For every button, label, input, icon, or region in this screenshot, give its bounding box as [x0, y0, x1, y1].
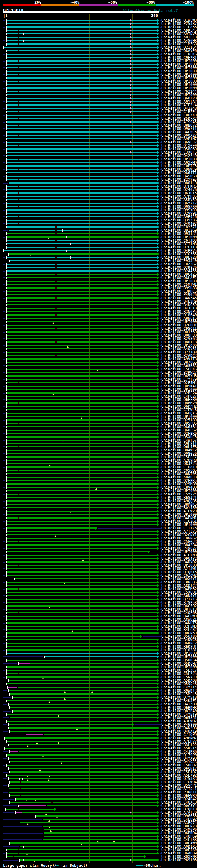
hsp-end-arrow-icon [157, 337, 159, 340]
hsp-line [6, 274, 157, 275]
hsp-start-tick [8, 703, 9, 706]
hsp-end-arrow-icon [157, 560, 159, 563]
hsp-line [43, 826, 157, 827]
hsp-line [6, 561, 157, 563]
hsp-end-arrow-icon [157, 408, 159, 411]
hsp-start-tick [26, 734, 27, 736]
hsp-line [6, 226, 157, 227]
hsp-line [10, 717, 157, 718]
hsp-line [6, 237, 157, 238]
leader-line [160, 473, 161, 474]
hsp-start-tick [8, 767, 9, 770]
hsp-start-tick [6, 317, 7, 320]
hsp-end-arrow-icon [157, 358, 159, 361]
hsp-line [6, 54, 157, 55]
hsp-line [6, 504, 157, 505]
hsp-end-arrow-icon [157, 489, 159, 492]
hsp-start-tick [6, 601, 7, 604]
hsp-line [4, 738, 157, 739]
gap-notch [18, 159, 20, 160]
hsp-end-arrow-icon [157, 381, 159, 384]
hsp-end-arrow-icon [157, 90, 159, 93]
hsp-start-tick [6, 479, 7, 482]
hsp-end-arrow-icon [157, 784, 159, 787]
hsp-line [6, 399, 157, 400]
leader-line [3, 602, 5, 603]
leader-line [160, 501, 161, 502]
hsp-start-tick [6, 358, 7, 361]
hsp-start-tick [6, 287, 7, 289]
hsp-start-tick [6, 398, 7, 401]
hsp-line [6, 324, 157, 326]
hsp-line [6, 466, 157, 468]
hsp-end-arrow-icon [157, 303, 159, 306]
hsp-start-tick [8, 689, 9, 692]
hsp-end-arrow-icon [157, 466, 159, 469]
query-gap-triangle-icon [48, 776, 50, 777]
leader-line [3, 406, 5, 407]
hsp-start-tick [6, 754, 7, 756]
hsp-end-arrow-icon [157, 676, 159, 679]
hsp-line [6, 588, 157, 590]
leader-line [160, 216, 161, 217]
hsp-line [6, 571, 157, 573]
gap-notch [20, 788, 21, 789]
leader-line [160, 61, 161, 62]
leader-line [160, 758, 161, 759]
hsp-start-tick [6, 412, 7, 415]
hsp-start-tick [6, 290, 7, 293]
hsp-start-tick [6, 429, 7, 432]
hsp-start-tick [6, 506, 7, 509]
hsp-start-tick [6, 239, 7, 242]
hsp-start-tick [6, 774, 7, 777]
leader-line [160, 792, 161, 793]
gap-notch [56, 308, 57, 309]
hsp-end-arrow-icon [157, 814, 159, 817]
leader-line [160, 548, 161, 549]
leader-line [3, 399, 5, 400]
hsp-end-arrow-icon [157, 422, 159, 425]
hsp-end-arrow-icon [157, 110, 159, 113]
hsp-end-arrow-icon [157, 520, 159, 523]
hsp-start-tick [6, 277, 7, 279]
hsp-start-tick [6, 422, 7, 425]
hsp-end-arrow-icon [157, 205, 159, 208]
gap-tick [63, 229, 63, 231]
leader-line [3, 203, 5, 204]
hsp-line [6, 670, 157, 671]
query-gap-triangle-icon [26, 854, 28, 856]
hsp-start-tick [6, 226, 7, 228]
hsp-end-arrow-icon [157, 787, 159, 790]
leader-line [3, 745, 7, 745]
leader-line [160, 203, 161, 204]
leader-line [160, 189, 161, 190]
hsp-line [6, 308, 157, 309]
hsp-start-tick [8, 727, 9, 730]
hsp-end-arrow-icon [157, 310, 159, 313]
hsp-start-tick [6, 574, 7, 577]
hsp-line [5, 809, 55, 810]
leader-line [3, 183, 8, 184]
hsp-start-tick [6, 493, 7, 496]
hsp-start-tick [6, 165, 7, 167]
hsp-end-arrow-icon [157, 845, 159, 848]
hsp-line [6, 585, 157, 586]
hsp-line [6, 714, 157, 715]
leader-line [3, 393, 5, 394]
query-gap-triangle-icon [35, 800, 37, 801]
hsp-boundary-arrow-icon [130, 36, 132, 38]
hsp-start-tick [6, 198, 7, 202]
gap-notch [18, 588, 20, 590]
hsp-line [6, 257, 157, 258]
hsp-end-arrow-icon [157, 73, 159, 76]
hsp-line [6, 741, 157, 742]
hsp-start-tick [9, 791, 9, 794]
hsp-end-arrow-icon [157, 327, 159, 330]
hsp-start-tick [9, 795, 9, 797]
hsp-start-tick [6, 212, 7, 215]
hsp-line [6, 558, 157, 559]
leader-line [160, 34, 161, 34]
hsp-line [45, 656, 157, 657]
hsp-end-arrow-icon [157, 540, 159, 543]
leader-line [3, 656, 43, 657]
